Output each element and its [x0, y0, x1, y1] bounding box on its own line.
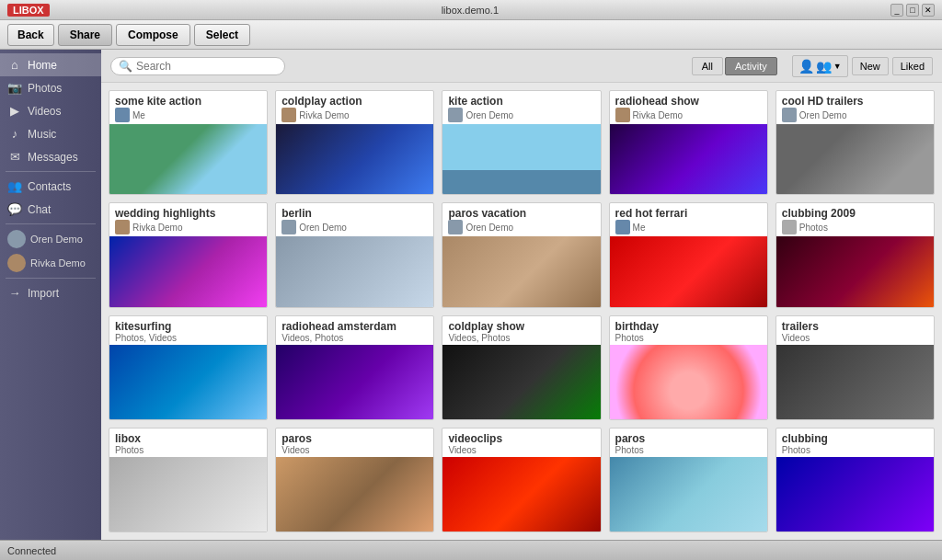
- album-thumbnail: [442, 345, 600, 420]
- people-icon: 👥: [816, 59, 832, 74]
- album-card[interactable]: red hot ferrariMeShare · Like14: [609, 202, 768, 307]
- sidebar-label-photos: Photos: [28, 82, 62, 95]
- album-title: wedding highlights: [115, 207, 261, 220]
- sidebar-item-chat[interactable]: 💬 Chat: [0, 198, 101, 221]
- album-card[interactable]: kitesurfingPhotos, VideosFeb 13, 200918: [109, 315, 268, 420]
- filter-all-button[interactable]: All: [692, 57, 723, 75]
- sidebar-item-import[interactable]: → Import: [0, 281, 101, 304]
- select-button[interactable]: Select: [194, 24, 250, 46]
- album-card[interactable]: cool HD trailersOren DemoFeb 16, 20092: [775, 90, 935, 195]
- album-card[interactable]: some kite actionMeOct 20, 200918: [109, 90, 268, 195]
- sidebar-item-photos[interactable]: 📷 Photos: [0, 76, 101, 99]
- album-card[interactable]: paros vacationOren DemoFeb 16, 200925: [442, 202, 601, 307]
- search-icon: 🔍: [119, 60, 132, 73]
- album-title: paros: [281, 432, 428, 445]
- sidebar-label-videos: Videos: [28, 105, 61, 118]
- avatar-oren: [7, 230, 26, 248]
- album-card[interactable]: kite actionOren DemoFeb 16, 200917: [442, 90, 601, 195]
- owner-name: Rivka Demo: [299, 110, 349, 120]
- owner-thumb: [281, 220, 296, 234]
- sidebar-item-videos[interactable]: ▶ Videos: [0, 99, 101, 122]
- album-title: coldplay show: [448, 320, 594, 333]
- album-title: cool HD trailers: [782, 95, 928, 108]
- sidebar-item-music[interactable]: ♪ Music: [0, 122, 101, 145]
- sidebar-item-messages[interactable]: ✉ Messages: [0, 145, 101, 168]
- album-thumbnail: [442, 457, 600, 532]
- album-thumbnail: [442, 124, 600, 195]
- album-card[interactable]: radiohead showRivka DemoFeb 16, 200913: [609, 90, 768, 195]
- album-card[interactable]: clubbingPhotos: [775, 428, 935, 532]
- album-thumbnail: [276, 345, 433, 420]
- app-logo: LIBOX: [7, 4, 50, 17]
- sidebar-item-contacts[interactable]: 👥 Contacts: [0, 175, 101, 198]
- search-box: 🔍: [110, 57, 285, 75]
- compose-button[interactable]: Compose: [116, 24, 190, 46]
- user-item-oren[interactable]: Oren Demo: [0, 227, 101, 251]
- share-button[interactable]: Share: [58, 24, 112, 46]
- user-item-rivka[interactable]: Rivka Demo: [0, 251, 101, 275]
- close-button[interactable]: ✕: [922, 4, 935, 17]
- import-icon: →: [7, 286, 22, 300]
- album-card[interactable]: parosPhotos: [609, 428, 768, 532]
- album-owner: Rivka Demo: [615, 108, 762, 122]
- owner-thumb: [615, 108, 630, 122]
- album-subtitle: Photos: [615, 445, 762, 455]
- search-input[interactable]: [136, 60, 274, 73]
- album-thumbnail: [776, 345, 934, 420]
- owner-thumb: [782, 108, 797, 122]
- content-area: 🔍 All Activity 👤 👥 ▼ New Liked some kite…: [101, 50, 942, 540]
- album-title: birthday: [615, 320, 762, 333]
- album-thumbnail: [109, 457, 267, 532]
- album-card[interactable]: birthdayPhotosSep 24, 20081: [609, 315, 768, 420]
- owner-name: Oren Demo: [465, 223, 513, 233]
- owner-thumb: [281, 108, 296, 122]
- album-card[interactable]: videoclipsVideos: [442, 428, 601, 532]
- minimize-button[interactable]: _: [890, 4, 903, 17]
- album-subtitle: Photos: [615, 333, 762, 343]
- album-card[interactable]: clubbing 2009PhotosFeb 13, 20098: [775, 202, 935, 307]
- owner-name: Me: [633, 223, 646, 233]
- album-thumbnail: [610, 236, 767, 307]
- album-card[interactable]: coldplay showVideos, PhotosNov 2, 20086: [442, 315, 601, 420]
- sidebar-label-home: Home: [28, 59, 57, 72]
- album-thumbnail: [776, 457, 934, 532]
- album-owner: Rivka Demo: [115, 220, 261, 234]
- album-owner: Photos: [782, 220, 928, 234]
- music-icon: ♪: [7, 127, 22, 141]
- album-card[interactable]: berlinOren DemoFeb 16, 200918: [275, 202, 434, 307]
- maximize-button[interactable]: □: [906, 4, 919, 17]
- album-owner: Oren Demo: [448, 220, 594, 234]
- album-title: kite action: [448, 95, 594, 108]
- sort-new-button[interactable]: New: [852, 57, 889, 75]
- owner-name: Rivka Demo: [132, 223, 182, 233]
- main-layout: ⌂ Home 📷 Photos ▶ Videos ♪ Music ✉ Messa…: [0, 50, 942, 540]
- people-filter-button[interactable]: 👤 👥 ▼: [792, 55, 848, 77]
- back-button[interactable]: Back: [7, 24, 54, 46]
- album-subtitle: Photos, Videos: [115, 333, 261, 343]
- sidebar-divider2: [6, 223, 96, 224]
- album-title: trailers: [782, 320, 928, 333]
- album-title: paros vacation: [448, 207, 594, 220]
- sidebar-item-home[interactable]: ⌂ Home: [0, 53, 101, 76]
- owner-name: Oren Demo: [299, 223, 347, 233]
- album-title: coldplay action: [281, 95, 428, 108]
- album-card[interactable]: radiohead amsterdamVideos, PhotosFeb 13,…: [275, 315, 434, 420]
- sidebar: ⌂ Home 📷 Photos ▶ Videos ♪ Music ✉ Messa…: [0, 50, 101, 540]
- sort-liked-button[interactable]: Liked: [892, 57, 933, 75]
- album-thumbnail: [276, 124, 433, 195]
- status-text: Connected: [7, 545, 56, 556]
- owner-thumb: [448, 108, 463, 122]
- album-card[interactable]: trailersVideosJun 23, 20082: [775, 315, 935, 420]
- filter-activity-button[interactable]: Activity: [725, 57, 777, 75]
- album-card[interactable]: wedding highlightsRivka DemoFeb 16, 2009…: [109, 202, 268, 307]
- album-title: clubbing 2009: [782, 207, 928, 220]
- album-card[interactable]: parosVideos: [275, 428, 434, 532]
- username-oren: Oren Demo: [30, 234, 83, 245]
- album-title: berlin: [281, 207, 428, 220]
- album-owner: Me: [115, 108, 261, 122]
- sort-group: 👤 👥 ▼ New Liked: [792, 55, 933, 77]
- album-title: kitesurfing: [115, 320, 261, 333]
- album-card[interactable]: liboxPhotos: [109, 428, 268, 532]
- toolbar: Back Share Compose Select: [0, 20, 942, 50]
- album-card[interactable]: coldplay actionRivka DemoJul 14, 200919: [275, 90, 434, 195]
